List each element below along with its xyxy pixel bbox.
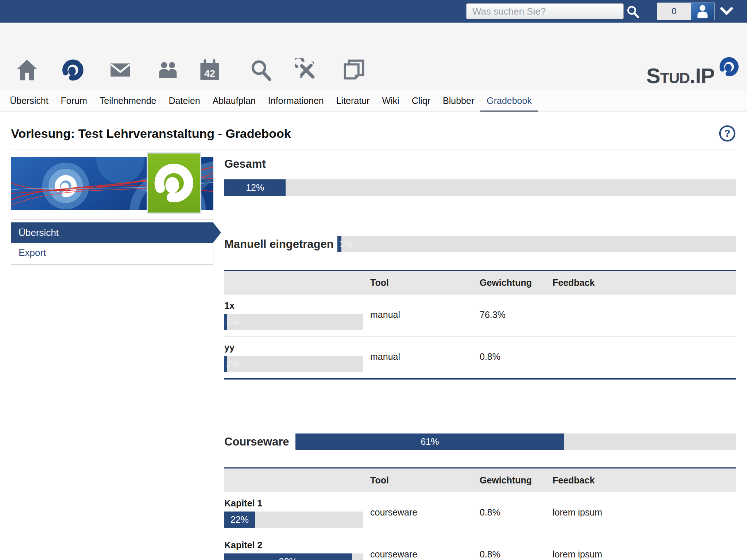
courseware-progressbar: 61%: [295, 433, 736, 450]
clipboard-pages-icon[interactable]: [342, 58, 365, 82]
row-name: yy: [224, 342, 370, 353]
help-icon[interactable]: ?: [719, 125, 736, 142]
course-avatar: [147, 152, 201, 214]
row-progressbar: 1%: [224, 314, 363, 330]
tab-teilnehmende[interactable]: Teilnehmende: [93, 90, 163, 112]
gradebook-content: Gesamt 12% Manuell eingetragen 1% Tool G…: [224, 149, 736, 560]
row-name: 1x: [224, 300, 370, 311]
gesamt-progressbar: 12%: [224, 179, 736, 196]
tab-cliqr[interactable]: Cliqr: [406, 90, 437, 112]
search-input[interactable]: [466, 3, 624, 19]
cell-weight: 0.8%: [480, 549, 553, 560]
schedule-icon[interactable]: 42: [198, 58, 221, 82]
sidebar: Übersicht Export: [11, 157, 213, 265]
svg-text:42: 42: [204, 68, 215, 79]
gesamt-progress-label: 12%: [224, 179, 286, 196]
home-icon[interactable]: [15, 58, 39, 82]
search-icon[interactable]: [626, 5, 640, 19]
tab-dateien[interactable]: Dateien: [163, 90, 206, 112]
courseware-progress-label: 61%: [295, 433, 564, 450]
main-area: Vorlesung: Test Lehrveranstaltung - Grad…: [0, 112, 747, 560]
main-navigation: 42 Veranstaltungen Stud.IP: [0, 23, 747, 90]
tab-literatur[interactable]: Literatur: [330, 90, 376, 112]
row-progressbar: 92%: [224, 553, 363, 560]
sidebar-menu: Übersicht Export: [11, 219, 213, 265]
table-row: 1x 1% manual 76.3%: [224, 295, 736, 337]
tab-gradebook[interactable]: Gradebook: [480, 90, 538, 112]
user-menu-widget[interactable]: 0: [657, 3, 715, 20]
table-header-row: Tool Gewichtung Feedback: [224, 270, 736, 295]
cell-tool: manual: [370, 310, 480, 320]
manuell-progress-label: 1%: [339, 236, 352, 252]
tab-forum[interactable]: Forum: [55, 90, 93, 112]
page-title: Vorlesung: Test Lehrveranstaltung - Grad…: [11, 127, 291, 141]
studip-logo[interactable]: Stud.IP: [646, 61, 741, 90]
manuell-table: Tool Gewichtung Feedback 1x 1% manual 76…: [224, 270, 736, 380]
cell-tool: manual: [370, 351, 480, 362]
tab-informationen[interactable]: Informationen: [262, 90, 330, 112]
user-icon: [694, 3, 711, 20]
gesamt-heading: Gesamt: [224, 149, 736, 171]
cell-feedback: lorem ipsum: [553, 507, 736, 518]
community-icon[interactable]: [156, 58, 179, 82]
messages-icon[interactable]: [109, 58, 132, 82]
courses-studip-icon[interactable]: [61, 58, 85, 82]
sidebar-item-export[interactable]: Export: [11, 243, 213, 262]
tools-icon[interactable]: [295, 58, 318, 82]
row-progressbar: 2%: [224, 356, 363, 372]
cell-weight: 0.8%: [480, 351, 553, 362]
row-name: Kapitel 1: [224, 498, 370, 509]
table-row: Kapitel 1 22% courseware 0.8% lorem ipsu…: [224, 492, 736, 534]
svg-text:?: ?: [724, 128, 731, 139]
cell-weight: 76.3%: [480, 310, 553, 320]
table-header-row: Tool Gewichtung Feedback: [224, 467, 736, 492]
chevron-down-icon[interactable]: [720, 7, 733, 16]
cell-tool: courseware: [370, 507, 480, 518]
avatar[interactable]: [691, 3, 714, 20]
cell-tool: courseware: [370, 549, 480, 560]
tab-blubber[interactable]: Blubber: [437, 90, 480, 112]
tab-ablaufplan[interactable]: Ablaufplan: [206, 90, 262, 112]
studip-swirl-icon: [719, 56, 740, 77]
row-progressbar: 22%: [224, 512, 363, 528]
course-tabbar: Übersicht Forum Teilnehmende Dateien Abl…: [0, 90, 747, 112]
courseware-table: Tool Gewichtung Feedback Kapitel 1 22% c…: [224, 467, 736, 560]
topbar: 0: [0, 0, 747, 23]
manuell-progressbar: 1%: [337, 236, 736, 252]
tab-wiki[interactable]: Wiki: [376, 90, 405, 112]
row-name: Kapitel 2: [224, 540, 370, 551]
table-row: Kapitel 2 92% courseware 0.8% lorem ipsu…: [224, 534, 736, 560]
cell-feedback: lorem ipsum: [553, 549, 736, 560]
manuell-heading: Manuell eingetragen: [224, 238, 337, 251]
courseware-heading: Courseware: [224, 435, 295, 448]
notification-count[interactable]: 0: [657, 3, 691, 20]
cell-weight: 0.8%: [480, 507, 553, 518]
sidebar-item-uebersicht[interactable]: Übersicht: [11, 222, 213, 243]
tab-uebersicht[interactable]: Übersicht: [4, 90, 55, 112]
studip-logo-text: Stud.IP: [646, 64, 715, 88]
search-nav-icon[interactable]: [249, 58, 272, 82]
table-row: yy 2% manual 0.8%: [224, 337, 736, 378]
